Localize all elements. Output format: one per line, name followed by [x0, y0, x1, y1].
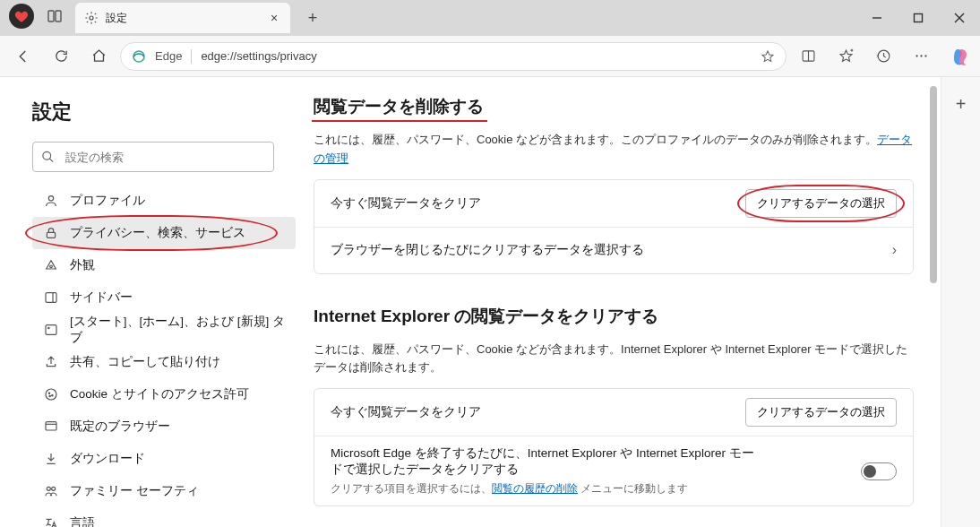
url-brand: Edge — [155, 49, 182, 63]
toolbar: Edge edge://settings/privacy — [0, 36, 980, 77]
url-text: edge://settings/privacy — [201, 49, 316, 63]
sidebar-item-label: ダウンロード — [70, 451, 145, 467]
edge-logo-icon — [132, 49, 146, 64]
svg-point-24 — [48, 327, 49, 328]
sidebar-item-label: Cookie とサイトのアクセス許可 — [70, 386, 249, 402]
sidebar-item-label: プライバシー、検索、サービス — [70, 225, 245, 241]
gear-icon — [84, 11, 99, 25]
close-window-button[interactable] — [939, 0, 980, 36]
svg-rect-4 — [915, 14, 923, 22]
svg-rect-1 — [56, 11, 61, 22]
download-icon — [43, 451, 59, 467]
svg-point-7 — [133, 51, 144, 62]
sidebar-item-label: 共有、コピーして貼り付け — [70, 354, 220, 370]
chevron-right-icon: › — [892, 242, 897, 258]
sidebar-item-label: 既定のブラウザー — [70, 419, 170, 435]
sidebar-item-language[interactable]: 言語 — [32, 507, 296, 527]
browser-tab[interactable]: 設定 × — [75, 3, 290, 33]
ie-choose-what-to-clear-button[interactable]: クリアするデータの選択 — [745, 398, 897, 427]
page-title: 設定 — [32, 99, 296, 125]
add-tool-button[interactable]: + — [945, 88, 977, 120]
content-area: 設定 プロファイルプライバシー、検索、サービス外観サイドバー[スタート]、[ホー… — [0, 77, 980, 527]
sidebar-item-lock[interactable]: プライバシー、検索、サービス — [32, 217, 296, 249]
row-label: ブラウザーを閉じるたびにクリアするデータを選択する — [331, 242, 644, 258]
sidebar-item-appearance[interactable]: 外観 — [32, 249, 296, 281]
sidebar-item-label: 言語 — [70, 515, 95, 527]
sidebar-item-label: [スタート]、[ホーム]、および [新規] タブ — [70, 314, 285, 346]
sidebar-item-sidebar[interactable]: サイドバー — [32, 281, 296, 314]
sidebar-item-share[interactable]: 共有、コピーして貼り付け — [32, 346, 296, 378]
sidebar-item-download[interactable]: ダウンロード — [32, 443, 296, 475]
settings-main: 閲覧データを削除する これには、履歴、パスワード、Cookie などが含まれます… — [296, 77, 941, 527]
clear-on-close-row[interactable]: ブラウザーを閉じるたびにクリアするデータを選択する › — [314, 227, 913, 273]
choose-what-to-clear-button[interactable]: クリアするデータの選択 — [745, 189, 897, 218]
maximize-button[interactable] — [898, 0, 939, 36]
svg-point-16 — [43, 151, 51, 160]
workspaces-button[interactable] — [41, 3, 68, 30]
svg-line-17 — [49, 159, 53, 162]
history-button[interactable] — [867, 40, 899, 73]
copilot-button[interactable] — [946, 43, 973, 70]
row-label: Microsoft Edge を終了するたびに、Internet Explore… — [331, 445, 761, 478]
sidebar-item-label: プロファイル — [70, 193, 145, 209]
svg-point-2 — [90, 16, 93, 20]
section-heading: 閲覧データを削除する — [314, 95, 484, 118]
window-titlebar: 設定 × + — [0, 0, 980, 36]
language-icon — [43, 515, 59, 527]
sidebar-item-cookie[interactable]: Cookie とサイトのアクセス許可 — [32, 378, 296, 410]
family-icon — [43, 483, 59, 499]
svg-point-20 — [50, 265, 53, 268]
scrollbar-thumb[interactable] — [930, 86, 937, 283]
split-screen-button[interactable] — [792, 40, 824, 73]
sidebar-item-label: 外観 — [70, 257, 95, 273]
svg-point-28 — [49, 395, 50, 396]
sidebar-item-home[interactable]: [スタート]、[ホーム]、および [新規] タブ — [32, 314, 296, 346]
favorite-star-icon[interactable] — [761, 49, 775, 64]
right-rail: + — [941, 77, 980, 527]
section-ie-clear-data: Internet Explorer の閲覧データをクリアする これには、履歴、パ… — [314, 305, 914, 507]
svg-point-26 — [48, 393, 49, 393]
row-label: 今すぐ閲覧データをクリア — [331, 195, 481, 212]
sidebar-item-family[interactable]: ファミリー セーフティ — [32, 475, 296, 507]
ie-clear-on-exit-row: Microsoft Edge を終了するたびに、Internet Explore… — [314, 436, 913, 505]
sidebar-item-label: サイドバー — [70, 289, 133, 306]
svg-point-31 — [47, 487, 50, 490]
ie-clear-on-exit-toggle[interactable] — [861, 462, 897, 480]
delete-history-link[interactable]: 閲覧の履歴の削除 — [492, 482, 578, 495]
svg-point-18 — [48, 196, 53, 201]
cookie-icon — [43, 386, 59, 402]
section-clear-browsing-data: 閲覧データを削除する これには、履歴、パスワード、Cookie などが含まれます… — [314, 95, 914, 274]
share-icon — [43, 354, 59, 370]
svg-rect-21 — [46, 293, 56, 303]
svg-point-14 — [920, 55, 922, 56]
scrollbar[interactable] — [928, 86, 937, 518]
settings-sidebar: 設定 プロファイルプライバシー、検索、サービス外観サイドバー[スタート]、[ホー… — [0, 77, 296, 527]
address-bar[interactable]: Edge edge://settings/privacy — [120, 42, 787, 71]
section-description: これには、履歴、パスワード、Cookie などが含まれます。Internet E… — [314, 341, 914, 378]
sidebar-item-browser[interactable]: 既定のブラウザー — [32, 410, 296, 443]
lock-icon — [43, 225, 59, 241]
close-tab-button[interactable]: × — [267, 11, 281, 25]
section-description: これには、履歴、パスワード、Cookie などが含まれます。このプロファイルのデ… — [314, 131, 914, 168]
search-icon — [41, 151, 55, 164]
back-button[interactable] — [7, 40, 39, 73]
svg-rect-23 — [46, 325, 56, 335]
appearance-icon — [43, 257, 59, 273]
sidebar-item-label: ファミリー セーフティ — [70, 483, 199, 499]
tab-title: 設定 — [106, 11, 260, 26]
minimize-button[interactable] — [856, 0, 898, 36]
settings-search-input[interactable] — [32, 142, 274, 172]
new-tab-button[interactable]: + — [297, 3, 328, 33]
profile-icon — [43, 193, 59, 209]
svg-rect-0 — [48, 11, 54, 22]
svg-point-13 — [916, 55, 917, 56]
svg-point-32 — [52, 487, 56, 490]
clear-now-row: 今すぐ閲覧データをクリア クリアするデータの選択 — [314, 180, 913, 227]
home-button[interactable] — [82, 40, 115, 73]
more-button[interactable] — [905, 40, 937, 73]
refresh-button[interactable] — [45, 40, 77, 73]
profile-avatar[interactable] — [9, 4, 34, 29]
sidebar-item-profile[interactable]: プロファイル — [32, 185, 296, 217]
favorites-button[interactable] — [830, 40, 862, 73]
home-icon — [43, 322, 59, 338]
